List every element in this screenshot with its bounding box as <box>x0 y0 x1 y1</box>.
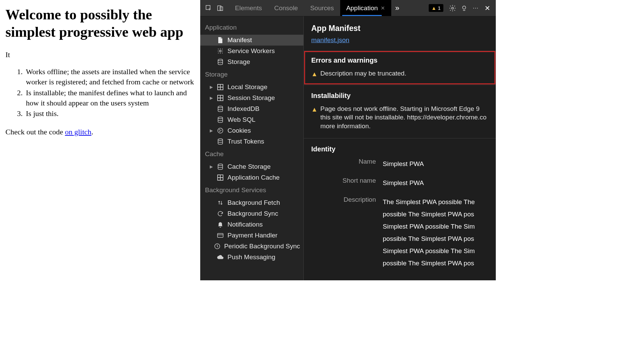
devtools-panel: Elements Console Sources Application ✕ »… <box>200 0 496 280</box>
list-item: Is installable; the manifest defines wha… <box>25 88 195 108</box>
sidebar-item-label: Storage <box>227 58 250 66</box>
identity-value: Simplest PWA <box>383 177 424 189</box>
sidebar-item-label: Push Messaging <box>227 253 275 261</box>
inspect-element-icon[interactable] <box>204 3 214 13</box>
sidebar-group-title: Storage <box>200 67 303 82</box>
glitch-link[interactable]: on glitch <box>65 128 92 136</box>
sidebar-item-label: Service Workers <box>227 47 275 55</box>
clock-icon <box>214 243 221 250</box>
sidebar-item-label: Session Storage <box>227 94 275 102</box>
sidebar-item-label: Cache Storage <box>227 163 271 170</box>
sidebar-item-label: Trust Tokens <box>227 138 264 145</box>
detail-title: App Manifest <box>304 16 496 36</box>
sidebar-item-indexeddb[interactable]: IndexedDB <box>200 103 303 114</box>
identity-label: Name <box>311 158 376 165</box>
identity-value: Simplest PWA <box>383 158 424 170</box>
db-icon <box>217 58 224 66</box>
sidebar-item-label: Payment Handler <box>227 232 278 239</box>
tab-console[interactable]: Console <box>268 0 304 16</box>
sidebar-item-label: Manifest <box>227 36 252 44</box>
disclosure-triangle-icon: ▶ <box>209 96 213 100</box>
tab-elements[interactable]: Elements <box>229 0 268 16</box>
close-devtools-icon[interactable]: ✕ <box>482 3 492 13</box>
file-icon <box>217 36 224 44</box>
svg-point-16 <box>218 164 222 166</box>
identity-row: NameSimplest PWA <box>311 158 488 170</box>
svg-point-6 <box>218 59 222 61</box>
sidebar-item-background-fetch[interactable]: Background Fetch <box>200 197 303 208</box>
svg-point-5 <box>220 50 221 52</box>
sidebar-item-application-cache[interactable]: Application Cache <box>200 172 303 183</box>
grid-icon <box>217 83 224 91</box>
close-icon[interactable]: ✕ <box>381 5 385 11</box>
sidebar-item-payment-handler[interactable]: Payment Handler <box>200 230 303 241</box>
warning-triangle-icon: ▲ <box>311 105 318 114</box>
svg-point-9 <box>218 106 222 108</box>
cookie-icon <box>217 127 224 134</box>
svg-point-3 <box>452 7 454 9</box>
card-icon <box>217 232 224 239</box>
more-tabs-chevron-icon[interactable]: » <box>395 4 399 13</box>
sidebar-item-cookies[interactable]: ▶Cookies <box>200 125 303 136</box>
sidebar-item-session-storage[interactable]: ▶Session Storage <box>200 93 303 103</box>
disclosure-triangle-icon: ▶ <box>209 164 213 169</box>
warning-text: Description may be truncated. <box>320 69 406 78</box>
more-menu-icon[interactable]: ⋯ <box>471 3 481 13</box>
warning-triangle-icon: ▲ <box>311 70 318 79</box>
sidebar-group-title: Cache <box>200 147 303 161</box>
disclosure-triangle-icon: ▶ <box>209 85 213 89</box>
sidebar-item-manifest[interactable]: Manifest <box>200 35 303 46</box>
sidebar-item-push-messaging[interactable]: Push Messaging <box>200 252 303 263</box>
svg-point-14 <box>219 131 220 132</box>
grid-icon <box>217 174 224 181</box>
svg-point-13 <box>221 130 221 131</box>
warning-text: Page does not work offline. Starting in … <box>320 104 488 131</box>
page-intro: It <box>5 50 195 59</box>
sidebar-item-service-workers[interactable]: Service Workers <box>200 46 303 56</box>
warnings-badge[interactable]: ▲ 1 <box>429 4 443 12</box>
sidebar-item-label: Background Fetch <box>227 199 280 206</box>
tab-sources[interactable]: Sources <box>304 0 340 16</box>
page-heading: Welcome to possibly the simplest progres… <box>5 6 195 41</box>
sidebar-item-background-sync[interactable]: Background Sync <box>200 208 303 219</box>
sidebar-item-label: Periodic Background Sync <box>224 243 300 250</box>
identity-row: DescriptionThe Simplest PWA possible The… <box>311 196 488 270</box>
warning-count: 1 <box>438 5 441 11</box>
sidebar-item-notifications[interactable]: Notifications <box>200 219 303 230</box>
warning-row: ▲ Description may be truncated. <box>311 69 488 79</box>
sidebar-item-web-sql[interactable]: Web SQL <box>200 114 303 125</box>
bell-icon <box>217 221 224 228</box>
svg-rect-2 <box>220 7 223 11</box>
sidebar-item-periodic-background-sync[interactable]: Periodic Background Sync <box>200 241 303 252</box>
warning-row: ▲ Page does not work offline. Starting i… <box>311 104 488 131</box>
tab-application[interactable]: Application ✕ <box>340 0 391 16</box>
feedback-icon[interactable] <box>459 3 469 13</box>
sidebar-item-cache-storage[interactable]: ▶Cache Storage <box>200 161 303 172</box>
tab-application-label: Application <box>346 4 378 12</box>
rendered-page: Welcome to possibly the simplest progres… <box>0 0 200 280</box>
sidebar-group-title: Application <box>200 20 303 35</box>
db-icon <box>217 138 224 145</box>
db-icon <box>217 163 224 170</box>
db-icon <box>217 116 224 123</box>
installability-heading: Installability <box>311 92 488 100</box>
sidebar-item-label: Notifications <box>227 221 263 228</box>
sidebar-item-storage[interactable]: Storage <box>200 56 303 67</box>
settings-gear-icon[interactable] <box>447 3 458 13</box>
gear-icon <box>217 47 224 55</box>
sidebar-item-local-storage[interactable]: ▶Local Storage <box>200 82 303 93</box>
identity-section: Identity NameSimplest PWAShort nameSimpl… <box>304 138 496 280</box>
sidebar-item-trust-tokens[interactable]: Trust Tokens <box>200 136 303 147</box>
device-toolbar-icon[interactable] <box>215 3 225 13</box>
footer-suffix: . <box>91 128 93 136</box>
page-list: Works offline; the assets are installed … <box>25 67 195 118</box>
updown-icon <box>217 199 224 206</box>
identity-label: Description <box>311 196 376 203</box>
sidebar-item-label: IndexedDB <box>227 105 259 113</box>
sidebar-group-title: Background Services <box>200 183 303 197</box>
errors-heading: Errors and warnings <box>311 56 488 64</box>
identity-heading: Identity <box>311 145 488 153</box>
manifest-json-link[interactable]: manifest.json <box>311 36 349 51</box>
sidebar-item-label: Local Storage <box>227 83 267 91</box>
svg-point-11 <box>218 128 223 133</box>
